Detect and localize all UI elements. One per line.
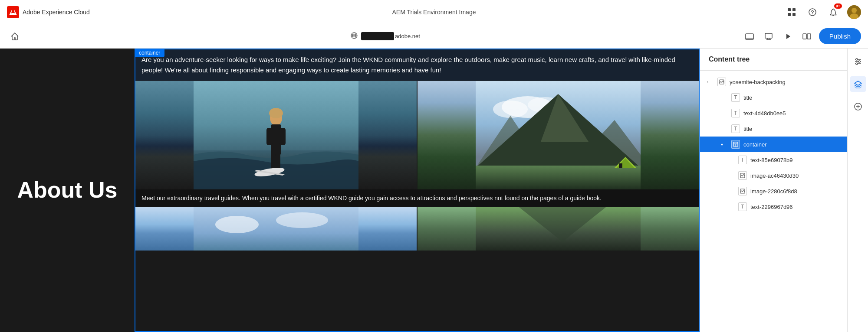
globe-icon (351, 32, 358, 41)
caption-text: Meet our extraordinary travel guides. Wh… (135, 189, 699, 207)
tree-item-container[interactable]: ▾ container (700, 137, 847, 152)
tree-icon-text1: T (731, 93, 740, 102)
content-tree-header: Content tree (700, 49, 847, 71)
tree-label-text2: text-85e69078b9 (750, 157, 821, 163)
tree-label-container: container (743, 141, 840, 148)
svg-rect-52 (733, 142, 738, 146)
tree-items: › yosemite-backpacking T title T (700, 71, 847, 332)
notification-count: 9+ (834, 3, 842, 9)
svg-rect-28 (279, 128, 286, 145)
split-view-button[interactable] (800, 29, 814, 43)
svg-rect-27 (266, 128, 273, 145)
tree-label-title2: title (743, 126, 840, 132)
filter-settings-button[interactable] (850, 54, 866, 69)
notifications-badge: 9+ (826, 5, 840, 19)
tree-label-text1: text-4d48db0ee5 (743, 110, 840, 117)
page-canvas: About Us container Are you an adventure-… (0, 49, 700, 332)
tree-icon-image (717, 78, 726, 86)
url-suffix: adobe.net (395, 33, 420, 39)
page-content: About Us container Are you an adventure-… (0, 49, 700, 332)
svg-point-60 (856, 59, 858, 60)
adobe-brand-label: Adobe Experience Cloud (23, 9, 90, 16)
app-title: AEM Trials Environment Image (392, 9, 476, 16)
svg-point-7 (852, 8, 857, 13)
tree-icon-text4: T (738, 156, 747, 164)
device-view-button[interactable] (743, 29, 756, 43)
svg-point-47 (215, 216, 259, 233)
images-row (135, 81, 699, 189)
apps-grid-button[interactable] (785, 5, 799, 19)
container-label: container (135, 49, 164, 57)
svg-rect-3 (792, 13, 796, 16)
svg-marker-20 (786, 34, 790, 39)
surfer-image (135, 81, 417, 189)
right-sidebar (847, 49, 868, 332)
svg-rect-14 (746, 34, 753, 39)
sky-image (135, 207, 417, 251)
about-us-heading: About Us (17, 178, 117, 202)
tree-item-yosemite[interactable]: › yosemite-backpacking (700, 74, 847, 90)
content-tree-panel: Content tree › yosemite-backpacking T ti… (700, 49, 847, 332)
main-area: About Us container Are you an adventure-… (0, 49, 868, 332)
svg-rect-16 (765, 33, 772, 38)
tree-label-image2: image-2280c6f8d8 (750, 188, 821, 195)
mountain-image (418, 81, 699, 189)
tree-icon-text5: T (738, 202, 747, 211)
editor-toolbar: adobe.net (0, 24, 868, 49)
tree-item-title1[interactable]: T title (700, 90, 847, 105)
toolbar-right-icons: Publish (743, 28, 861, 44)
tree-item-text1[interactable]: T text-4d48db0ee5 (700, 105, 847, 121)
add-component-button[interactable] (850, 99, 866, 114)
svg-rect-42 (476, 166, 641, 189)
svg-point-48 (276, 212, 328, 228)
adobe-logo-icon (7, 6, 19, 18)
help-button[interactable]: ? (806, 5, 819, 19)
desktop-view-button[interactable] (762, 29, 776, 43)
tree-label-title1: title (743, 94, 840, 101)
url-display[interactable]: adobe.net (361, 32, 420, 40)
tree-item-title2[interactable]: T title (700, 121, 847, 137)
user-avatar[interactable] (847, 5, 861, 19)
svg-point-62 (856, 63, 858, 65)
svg-marker-63 (855, 81, 861, 85)
svg-text:?: ? (811, 10, 814, 16)
tree-expand-container[interactable]: ▾ (721, 142, 728, 147)
tree-icon-text2: T (731, 109, 740, 117)
tree-icon-image1 (738, 171, 747, 180)
svg-rect-22 (807, 34, 811, 39)
tree-action-drag-image2[interactable]: ⋮⋮ (825, 187, 840, 195)
tree-item-text2[interactable]: T text-85e69078b9 ⋮⋮ (700, 152, 847, 168)
tree-action-drag-text2[interactable]: ⋮⋮ (825, 156, 840, 164)
publish-button[interactable]: Publish (819, 28, 861, 44)
content-container[interactable]: container Are you an adventure-seeker lo… (135, 49, 700, 332)
tree-label-image1: image-ac46430d30 (750, 173, 821, 179)
tree-item-text3[interactable]: T text-2296967d96 ⋮⋮ (700, 199, 847, 215)
svg-point-35 (493, 101, 528, 118)
tree-icon-container (731, 140, 740, 149)
tree-action-drag-image1[interactable]: ⋮⋮ (825, 171, 840, 180)
bottom-images-row (135, 207, 699, 251)
adobe-logo[interactable]: Adobe Experience Cloud (7, 6, 90, 18)
tree-label-yosemite: yosemite-backpacking (730, 79, 840, 85)
green-image (418, 207, 699, 251)
tree-icon-text3: T (731, 124, 740, 133)
tree-item-image1[interactable]: image-ac46430d30 ⋮⋮ (700, 168, 847, 183)
tree-icon-image2 (738, 187, 747, 195)
about-us-section: About Us (0, 49, 135, 332)
home-button[interactable] (7, 29, 23, 44)
url-section: adobe.net (33, 32, 737, 41)
svg-rect-45 (619, 163, 622, 168)
tree-item-image2[interactable]: image-2280c6f8d8 ⋮⋮ (700, 183, 847, 199)
play-button[interactable] (781, 29, 795, 43)
tree-action-drag-text3[interactable]: ⋮⋮ (825, 202, 840, 211)
svg-rect-0 (788, 8, 791, 11)
svg-rect-2 (788, 13, 791, 16)
layers-button[interactable] (850, 76, 866, 92)
tree-label-text3: text-2296967d96 (750, 204, 821, 210)
toolbar-divider (28, 29, 28, 43)
svg-rect-1 (792, 8, 796, 11)
nav-right-actions: ? 9+ (785, 5, 861, 19)
tree-expand-yosemite[interactable]: › (707, 80, 714, 85)
intro-text: Are you an adventure-seeker looking for … (135, 49, 699, 81)
top-navigation: Adobe Experience Cloud AEM Trials Enviro… (0, 0, 868, 24)
